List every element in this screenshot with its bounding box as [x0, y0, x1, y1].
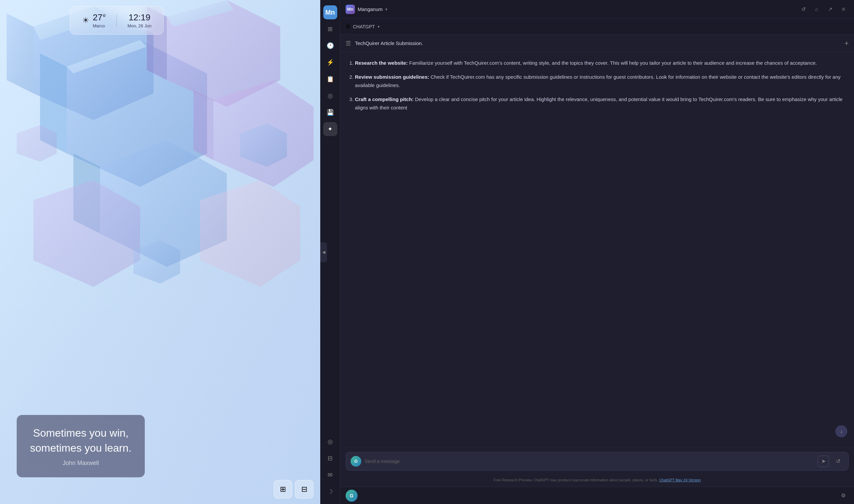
sidebar-item-grid[interactable]: ⊞ [323, 22, 337, 36]
footer-disclaimer: Free Research Preview. ChatGPT may produ… [340, 475, 854, 487]
menu-button[interactable]: ☰ [346, 40, 351, 47]
topbar-left: Mn Manganum ▾ [346, 5, 794, 14]
scroll-down-button[interactable]: ↓ [835, 425, 847, 437]
sidebar-item-message[interactable]: ✉ [323, 468, 337, 482]
sidebar-item-translate[interactable]: ⚡ [323, 55, 337, 69]
chatgpt-header: ⚙ CHATGPT ▾ [340, 19, 854, 35]
sidebar-item-save[interactable]: 💾 [323, 105, 337, 120]
assistant-message: Research the website: Familiarize yourse… [348, 59, 846, 112]
refresh-button[interactable]: ↺ [832, 456, 844, 467]
sidebar-item-brand: Mn [323, 5, 337, 19]
weather-temperature: 27° [93, 12, 106, 23]
scroll-down-icon: ↓ [840, 428, 843, 434]
add-chat-button[interactable]: + [844, 39, 849, 48]
user-initials-small: G [354, 458, 358, 464]
right-panel: Mn ⊞ 🕐 ⚡ 📋 ◎ 💾 ✦ ◎ ⊟ ✉ ☽ Mn Manganum ▾ ↺ [320, 0, 854, 504]
collapse-panel-button[interactable]: ◀ [320, 242, 327, 262]
disclaimer-link[interactable]: ChatGPT May 24 Version [659, 478, 701, 482]
settings-gear-icon: ⚙ [841, 492, 846, 499]
quote-widget: Sometimes you win,sometimes you learn. J… [17, 415, 145, 477]
sidebar-item-grid2[interactable]: ⊟ [323, 451, 337, 465]
list-item: Review submission guidelines: Check if T… [355, 73, 846, 90]
close-button[interactable]: ✕ [838, 4, 849, 15]
sidebar-item-circle[interactable]: ◎ [323, 435, 337, 449]
messages-container[interactable]: Research the website: Familiarize yourse… [340, 52, 854, 448]
app-name: Manganum [358, 6, 383, 12]
input-area: G ➤ ↺ [340, 448, 854, 475]
send-button[interactable]: ➤ [818, 456, 829, 467]
refresh-icon: ↺ [836, 458, 840, 464]
send-icon: ➤ [821, 458, 825, 464]
list-item: Craft a compelling pitch: Develop a clea… [355, 95, 846, 112]
quote-author: John Maxwell [30, 460, 131, 467]
weather-date: Mon, 26 Jun [127, 23, 151, 28]
chatgpt-label: CHATGPT [353, 24, 375, 29]
message-input[interactable] [365, 458, 814, 464]
sidebar-item-clipboard[interactable]: 📋 [323, 72, 337, 86]
sidebar-item-target[interactable]: ◎ [323, 89, 337, 103]
app-logo: Mn [346, 5, 355, 14]
svg-marker-11 [194, 90, 214, 160]
weather-time: 12:19 [127, 12, 151, 23]
svg-marker-2 [7, 13, 33, 93]
topbar-icons: ↺ ⌂ ↗ ✕ [798, 4, 849, 15]
weather-city: Marco [93, 23, 106, 28]
sidebar-item-history[interactable]: 🕐 [323, 39, 337, 53]
weather-divider [116, 14, 117, 27]
weather-left: ☀ 27° Marco [82, 12, 106, 28]
reload-button[interactable]: ↺ [798, 4, 808, 15]
chat-area: ☰ TechQuirer Article Submission. + Resea… [340, 35, 854, 487]
user-initials: G [350, 493, 353, 498]
input-row: G ➤ ↺ [346, 452, 849, 471]
chat-title: TechQuirer Article Submission. [355, 40, 840, 46]
home-button[interactable]: ⌂ [811, 4, 822, 15]
desktop: ☀ 27° Marco 12:19 Mon, 26 Jun Sometimes … [0, 0, 320, 504]
app-logo-letters: Mn [347, 7, 353, 12]
brand-logo: Mn [325, 9, 335, 16]
disclaimer-text: Free Research Preview. ChatGPT may produ… [493, 478, 658, 482]
quote-text: Sometimes you win,sometimes you learn. [30, 426, 131, 456]
settings-button[interactable]: ⚙ [838, 490, 849, 501]
app-dropdown-arrow[interactable]: ▾ [385, 7, 387, 12]
list-item: Research the website: Familiarize yourse… [355, 59, 846, 67]
weather-right: 12:19 Mon, 26 Jun [127, 12, 151, 28]
bottom-toolbar: ⊞ ⊟ [274, 480, 313, 499]
bottom-user-bar: G ⚙ [340, 487, 854, 504]
chat-title-bar: ☰ TechQuirer Article Submission. + [340, 35, 854, 52]
topbar: Mn Manganum ▾ ↺ ⌂ ↗ ✕ [340, 0, 854, 19]
weather-widget: ☀ 27° Marco 12:19 Mon, 26 Jun [70, 6, 164, 35]
sidebar-item-chatgpt[interactable]: ✦ [323, 122, 337, 136]
external-link-button[interactable]: ↗ [825, 4, 835, 15]
main-content: Mn Manganum ▾ ↺ ⌂ ↗ ✕ ⚙ CHATGPT ▾ ☰ Tech… [340, 0, 854, 504]
chatgpt-gear-icon[interactable]: ⚙ [346, 23, 350, 30]
image-toolbar-button[interactable]: ⊟ [295, 480, 313, 499]
sidebar-item-moon[interactable]: ☽ [323, 485, 337, 499]
grid-toolbar-button[interactable]: ⊞ [274, 480, 292, 499]
weather-icon: ☀ [82, 16, 89, 25]
chatgpt-dropdown-arrow[interactable]: ▾ [378, 24, 380, 29]
user-avatar: G [346, 490, 358, 502]
user-avatar-small: G [351, 456, 361, 467]
